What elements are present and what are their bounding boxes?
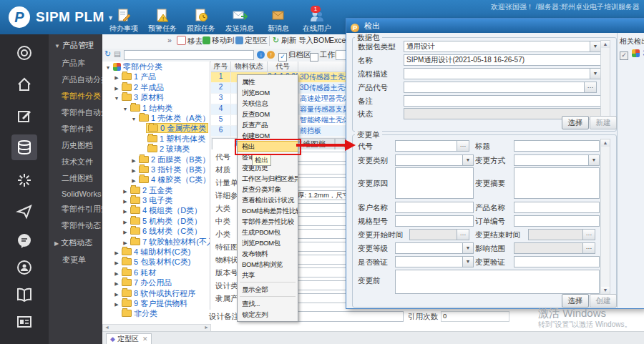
sidebar-item-2d-drawings[interactable]: 二维图档: [49, 170, 102, 187]
package-name-input[interactable]: SIPM通用设计(2021-05-18 16-26-57): [404, 54, 601, 66]
tree-node-root[interactable]: ▼零部件分类: [102, 62, 210, 72]
tree-node[interactable]: ▼1 结构类: [102, 103, 210, 113]
tree-node[interactable]: ▶2 五金类: [102, 185, 210, 195]
menu-item-reverse-class[interactable]: 反查分类对象: [238, 184, 298, 195]
search-up-button[interactable]: ↑: [267, 49, 275, 59]
related-scope-item[interactable]: ✓ 3.1.1: [620, 49, 644, 60]
change-level-combo[interactable]: ▼: [395, 242, 474, 254]
change-reason-textarea[interactable]: [395, 167, 474, 199]
dropdown-icon[interactable]: ▼: [462, 257, 473, 267]
id-card-icon[interactable]: [11, 309, 37, 335]
todo-tasks-button[interactable]: 待办事项: [104, 9, 143, 33]
menu-item-share[interactable]: 共享: [238, 270, 298, 280]
dropdown-icon[interactable]: ▼: [590, 69, 600, 79]
chat-bubble-icon[interactable]: [11, 227, 37, 253]
sidebar-section-doc-activity[interactable]: ▶文档动态: [49, 234, 102, 251]
remark-input[interactable]: [404, 95, 601, 107]
tree-node[interactable]: ▶8 软件或执行程序: [102, 288, 210, 298]
package-new-button[interactable]: 新建: [590, 116, 617, 129]
menu-item-find[interactable]: 查找...: [238, 298, 298, 309]
tree-node[interactable]: ▶2 面膜类（B类）: [102, 154, 210, 164]
change-verify-input[interactable]: [514, 256, 600, 267]
tree-node-selected[interactable]: 0 金属壳体类: [102, 123, 210, 133]
database-icon[interactable]: [11, 134, 37, 160]
order-no-input[interactable]: [514, 215, 600, 227]
send-message-button[interactable]: 发送消息: [220, 9, 259, 33]
tree-node[interactable]: ▶4 橡胶类（C类）: [102, 175, 210, 185]
tree-node[interactable]: ▶3 指针类（B类）: [102, 164, 210, 175]
menu-item-part-diff-compare[interactable]: 零部件差异性比较: [238, 216, 298, 227]
package-type-combo[interactable]: 通用设计▼: [404, 41, 601, 52]
sidebar-section-product-mgmt[interactable]: ▼产品管理: [49, 34, 102, 55]
tree-node[interactable]: ▶1 产品: [102, 72, 210, 82]
toolbar-chevron[interactable]: »: [167, 36, 172, 44]
menu-item-generate-pbom[interactable]: 生成PBOM包: [238, 227, 298, 237]
tree-node[interactable]: 2 玻璃类: [102, 144, 210, 154]
change-select-button[interactable]: 选择: [562, 294, 589, 308]
col-no[interactable]: 序号: [211, 62, 230, 72]
tree-node[interactable]: ▶4 模组类（D类）: [102, 205, 210, 215]
flow-desc-combo[interactable]: ▼: [404, 68, 601, 79]
refresh-button[interactable]: ↻ 刷新: [273, 36, 296, 46]
tree-node[interactable]: ▶6 耗材: [102, 267, 210, 277]
tree-filter-icon[interactable]: ▤: [114, 49, 121, 58]
alert-tasks-button[interactable]: ! 预警任务: [143, 9, 182, 33]
excel-button[interactable]: Excel: [329, 36, 348, 44]
tree-search-input[interactable]: [124, 50, 254, 60]
col-code[interactable]: 代号: [267, 62, 298, 72]
product-code-input[interactable]: [404, 82, 587, 93]
menu-item-browse-bom[interactable]: 浏览BOM: [238, 87, 298, 98]
sidebar-item-solidworks[interactable]: SolidWorks: [49, 187, 102, 201]
dialog-title-bar[interactable]: P 检出: [346, 19, 644, 33]
tree-node[interactable]: ▶3 电子类: [102, 195, 210, 205]
product-name-input[interactable]: [514, 202, 600, 213]
menu-item-bom-diff-compare[interactable]: BOM结构差异性比较: [238, 205, 298, 216]
menu-item-view-checkout-status[interactable]: 查看检出设计状况: [238, 195, 298, 205]
track-tasks-button[interactable]: 跟踪任务: [182, 9, 220, 33]
col-status[interactable]: 物料状态: [230, 62, 267, 72]
archive-zone-checkbox[interactable]: ✓归档区: [278, 50, 311, 62]
tree-node[interactable]: ▶5 包装材料(C类): [102, 257, 210, 267]
change-summary-textarea[interactable]: [514, 167, 600, 199]
crm-rings-icon[interactable]: [11, 40, 37, 66]
change-scrollbar[interactable]: ▲▼: [600, 139, 610, 295]
menu-item-reverse-product[interactable]: 反查产品: [238, 119, 298, 130]
change-start-browse-button[interactable]: …: [457, 229, 469, 240]
search-down-button[interactable]: ↓: [257, 49, 265, 59]
dropdown-icon[interactable]: ▼: [590, 41, 600, 51]
menu-item-show-all[interactable]: 显示全部: [238, 284, 298, 295]
tree-node[interactable]: ▼1 壳体类（A类）: [102, 113, 210, 123]
menu-item-bom-structure[interactable]: BOM结构浏览: [238, 259, 298, 270]
menu-item-properties[interactable]: 属性: [238, 77, 298, 87]
change-title-input[interactable]: [514, 140, 600, 152]
move-to-button[interactable]: 移动到: [203, 36, 235, 46]
tree-node[interactable]: ▶5 机构类（D类）: [102, 216, 210, 226]
sidebar-item-part-classification[interactable]: 零部件分类: [49, 88, 102, 104]
online-users-button[interactable]: 1 在线用户: [298, 9, 336, 33]
dropdown-icon[interactable]: ▼: [588, 155, 599, 165]
tree-node[interactable]: 非分类: [102, 308, 210, 318]
impact-scope-browse-button[interactable]: …: [582, 242, 595, 254]
menu-item-publish-material[interactable]: 发布物料: [238, 248, 298, 259]
spinner-icon[interactable]: [11, 167, 37, 193]
related-checkbox-icon[interactable]: ✓: [620, 51, 628, 60]
fixed-zone-tab[interactable]: ◆定型区✕: [106, 333, 152, 344]
support-person-icon[interactable]: [11, 255, 37, 280]
tree-node[interactable]: ▶2 半成品: [102, 82, 210, 92]
home-icon[interactable]: [11, 72, 37, 97]
verify-combo[interactable]: ▼: [395, 256, 474, 267]
change-before-textarea[interactable]: [395, 270, 600, 294]
change-end-browse-button[interactable]: …: [582, 229, 595, 240]
send-plane-icon[interactable]: [11, 199, 37, 225]
fixed-zone-button[interactable]: 定型区: [235, 36, 268, 46]
change-code-browse-button[interactable]: …: [457, 140, 469, 152]
book-icon[interactable]: [11, 282, 37, 308]
sidebar-item-part-autoclass[interactable]: 零部件自动分类: [49, 104, 102, 121]
tree-refresh-icon[interactable]: ↻: [104, 49, 111, 59]
customer-name-input[interactable]: [395, 202, 474, 213]
app-title[interactable]: SIPM PLM: [36, 9, 104, 25]
remove-button[interactable]: 移去: [177, 36, 203, 46]
menu-item-browse-pbom[interactable]: 浏览PBOM包: [238, 237, 298, 248]
menu-item-workspace-diff[interactable]: 工作区与归档区差异: [238, 173, 298, 184]
tree-node[interactable]: ▶7 软胶触控材料(不入库存类): [102, 237, 210, 247]
